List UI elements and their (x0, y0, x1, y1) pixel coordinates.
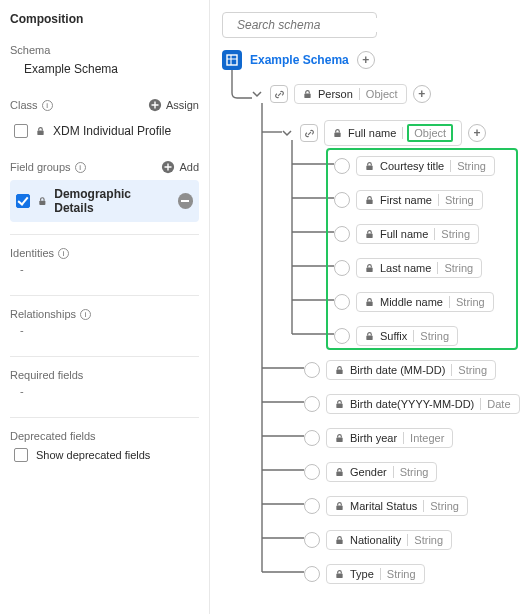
field-node-icon[interactable] (304, 566, 320, 582)
chevron-down-icon[interactable] (252, 89, 262, 99)
tree-field[interactable]: SuffixString (356, 326, 458, 346)
add-field-button[interactable]: + (357, 51, 375, 69)
lock-icon (303, 90, 312, 99)
lock-icon (365, 230, 374, 239)
tree-field[interactable]: Birth yearInteger (326, 428, 453, 448)
composition-panel: Composition Schema Example Schema Class … (0, 0, 210, 614)
checkbox[interactable] (14, 448, 28, 462)
svg-rect-5 (227, 55, 237, 65)
tree-field[interactable]: TypeString (326, 564, 425, 584)
plus-circle-icon (161, 160, 175, 174)
field-node-icon[interactable] (304, 498, 320, 514)
relationships-empty: - (10, 320, 199, 344)
field-node-icon[interactable] (334, 294, 350, 310)
svg-rect-13 (366, 335, 372, 340)
info-icon[interactable]: i (80, 309, 91, 320)
class-item[interactable]: XDM Individual Profile (10, 118, 199, 144)
tree-field[interactable]: Courtesy titleString (356, 156, 495, 176)
lock-icon (335, 536, 344, 545)
lock-icon (365, 196, 374, 205)
lock-icon (36, 127, 45, 136)
lock-icon (335, 468, 344, 477)
lock-icon (335, 434, 344, 443)
field-node-icon[interactable] (304, 430, 320, 446)
info-icon[interactable]: i (42, 100, 53, 111)
add-field-button[interactable]: + (413, 85, 431, 103)
class-label: Class i (10, 99, 53, 111)
add-field-group-button[interactable]: Add (161, 160, 199, 174)
lock-icon (365, 162, 374, 171)
svg-rect-17 (336, 471, 342, 476)
schema-canvas: Example Schema + PersonObject + Full nam… (210, 0, 524, 614)
tree-field[interactable]: GenderString (326, 462, 437, 482)
svg-rect-14 (336, 369, 342, 374)
info-icon[interactable]: i (75, 162, 86, 173)
search-schema[interactable] (222, 12, 377, 38)
tree-node-person[interactable]: PersonObject (294, 84, 407, 104)
svg-rect-18 (336, 505, 342, 510)
chevron-down-icon[interactable] (282, 128, 292, 138)
svg-rect-1 (37, 130, 43, 135)
field-node-icon[interactable] (304, 362, 320, 378)
tree-field[interactable]: Birth date(YYYY-MM-DD)Date (326, 394, 520, 414)
tree-field[interactable]: First nameString (356, 190, 483, 210)
lock-icon (335, 502, 344, 511)
svg-rect-9 (366, 199, 372, 204)
identities-label: Identities i (10, 247, 199, 259)
plus-circle-icon (148, 98, 162, 112)
required-fields-empty: - (10, 381, 199, 405)
field-node-icon[interactable] (304, 396, 320, 412)
lock-icon (335, 570, 344, 579)
link-icon[interactable] (300, 124, 318, 142)
info-icon[interactable]: i (58, 248, 69, 259)
field-node-icon[interactable] (304, 532, 320, 548)
field-node-icon[interactable] (304, 464, 320, 480)
field-node-icon[interactable] (334, 260, 350, 276)
lock-icon (38, 197, 47, 206)
checkbox[interactable] (16, 194, 30, 208)
svg-rect-16 (336, 437, 342, 442)
assign-class-button[interactable]: Assign (148, 98, 199, 112)
checkbox[interactable] (14, 124, 28, 138)
field-node-icon[interactable] (334, 192, 350, 208)
show-deprecated-toggle[interactable]: Show deprecated fields (10, 442, 199, 468)
identities-empty: - (10, 259, 199, 283)
svg-rect-6 (304, 93, 310, 98)
svg-rect-7 (334, 132, 340, 137)
svg-rect-15 (336, 403, 342, 408)
deprecated-fields-label: Deprecated fields (10, 430, 199, 442)
svg-rect-12 (366, 301, 372, 306)
field-groups-label: Field groups i (10, 161, 86, 173)
tree-field[interactable]: Full nameString (356, 224, 479, 244)
svg-rect-10 (366, 233, 372, 238)
field-node-icon[interactable] (334, 328, 350, 344)
field-group-item[interactable]: Demographic Details (10, 180, 199, 222)
field-node-icon[interactable] (334, 226, 350, 242)
schema-root-icon[interactable] (222, 50, 242, 70)
tree-field[interactable]: Birth date (MM-DD)String (326, 360, 496, 380)
svg-rect-19 (336, 539, 342, 544)
tree-node-fullname[interactable]: Full nameObject (324, 120, 462, 146)
svg-rect-11 (366, 267, 372, 272)
lock-icon (365, 298, 374, 307)
remove-field-group-button[interactable] (178, 193, 193, 209)
svg-rect-8 (366, 165, 372, 170)
schema-label: Schema (10, 44, 199, 56)
link-icon[interactable] (270, 85, 288, 103)
schema-name[interactable]: Example Schema (10, 56, 199, 82)
lock-icon (335, 366, 344, 375)
lock-icon (365, 264, 374, 273)
tree-field[interactable]: Marital StatusString (326, 496, 468, 516)
field-node-icon[interactable] (334, 158, 350, 174)
lock-icon (335, 400, 344, 409)
svg-rect-3 (39, 200, 45, 204)
lock-icon (333, 129, 342, 138)
lock-icon (365, 332, 374, 341)
tree-field[interactable]: Middle nameString (356, 292, 494, 312)
search-input[interactable] (237, 18, 388, 32)
tree-field[interactable]: NationalityString (326, 530, 452, 550)
tree-field[interactable]: Last nameString (356, 258, 482, 278)
add-field-button[interactable]: + (468, 124, 486, 142)
schema-root-label[interactable]: Example Schema (250, 53, 349, 67)
composition-title: Composition (10, 12, 199, 26)
